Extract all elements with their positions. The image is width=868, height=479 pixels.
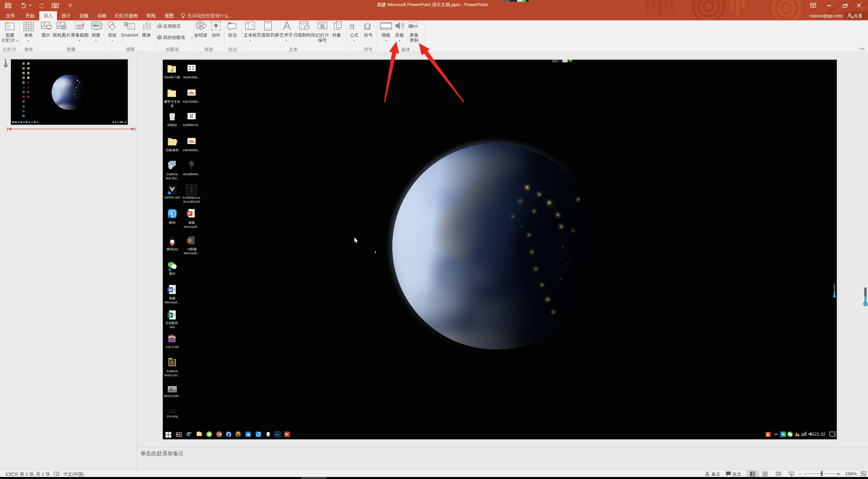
- svg-text:P: P: [285, 433, 288, 437]
- svg-text:S: S: [767, 433, 769, 437]
- svg-text:e: e: [187, 430, 191, 438]
- svg-text:21:32: 21:32: [814, 432, 826, 437]
- svg-text:Ps: Ps: [276, 433, 279, 436]
- svg-text:Ω: Ω: [364, 21, 371, 32]
- svg-text:π: π: [350, 20, 355, 32]
